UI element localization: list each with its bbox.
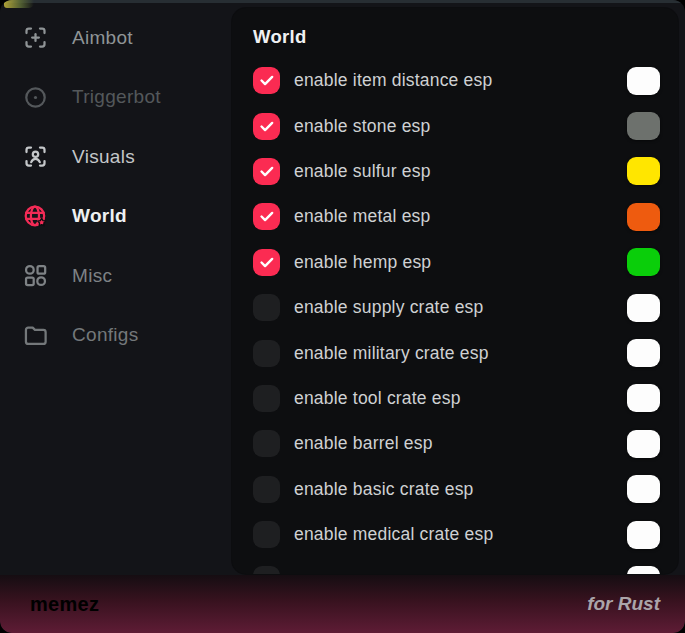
esp-setting-row: enable tool crate esp [253, 376, 660, 421]
esp-setting-row: enable supply crate esp [253, 285, 660, 330]
esp-color-swatch[interactable] [627, 203, 660, 231]
esp-setting-label: enable supply crate esp [294, 297, 483, 318]
footer-bar: memez for Rust [0, 575, 685, 633]
esp-setting-row: enable military crate esp [253, 330, 660, 375]
esp-setting-label: enable military crate esp [294, 343, 489, 364]
esp-color-swatch[interactable] [627, 294, 660, 322]
esp-setting-row: enable hemp esp [253, 240, 660, 285]
sidebar-item-label: Configs [72, 324, 139, 346]
esp-checkbox[interactable] [253, 430, 280, 457]
esp-setting-row: enable barrel esp [253, 421, 660, 466]
sidebar-item-label: Triggerbot [72, 86, 161, 108]
esp-color-swatch[interactable] [627, 430, 660, 458]
esp-setting-row: enable stone esp [253, 103, 660, 148]
esp-setting-row: enable basic crate esp [253, 467, 660, 512]
grid-shapes-icon [22, 262, 49, 289]
sidebar-item-configs[interactable]: Configs [0, 306, 232, 366]
checkmark-icon [258, 208, 275, 225]
esp-setting-row [253, 557, 660, 574]
sidebar-item-label: World [72, 205, 127, 227]
esp-checkbox[interactable] [253, 294, 280, 321]
brand-label: memez [30, 593, 99, 616]
esp-color-swatch[interactable] [627, 112, 660, 140]
background-artifact [4, 0, 34, 8]
esp-setting-row: enable item distance esp [253, 58, 660, 103]
esp-setting-label: enable barrel esp [294, 433, 433, 454]
sidebar-item-label: Aimbot [72, 27, 133, 49]
checkmark-icon [258, 254, 275, 271]
sidebar-item-visuals[interactable]: Visuals [0, 127, 232, 187]
esp-color-swatch[interactable] [627, 248, 660, 276]
window-top-edge [0, 0, 685, 3]
esp-color-swatch[interactable] [627, 475, 660, 503]
esp-setting-label: enable sulfur esp [294, 161, 431, 182]
settings-list: enable item distance esp enable stone es… [253, 58, 660, 574]
esp-color-swatch[interactable] [627, 339, 660, 367]
esp-setting-label: enable medical crate esp [294, 524, 493, 545]
tagline-label: for Rust [587, 593, 660, 615]
esp-setting-row: enable medical crate esp [253, 512, 660, 557]
esp-setting-label: enable tool crate esp [294, 388, 461, 409]
esp-color-swatch[interactable] [627, 384, 660, 412]
cheat-menu-window: Aimbot Triggerbot Visuals World Misc Con… [0, 0, 685, 633]
esp-setting-label: enable hemp esp [294, 252, 431, 273]
esp-setting-label: enable stone esp [294, 116, 431, 137]
sidebar: Aimbot Triggerbot Visuals World Misc Con… [0, 8, 232, 365]
esp-color-swatch[interactable] [627, 566, 660, 574]
esp-color-swatch[interactable] [627, 67, 660, 95]
sidebar-item-aimbot[interactable]: Aimbot [0, 8, 232, 68]
esp-checkbox[interactable] [253, 385, 280, 412]
checkmark-icon [258, 118, 275, 135]
globe-star-icon [22, 203, 49, 230]
esp-checkbox[interactable] [253, 203, 280, 230]
esp-checkbox[interactable] [253, 158, 280, 185]
esp-setting-row: enable sulfur esp [253, 149, 660, 194]
crosshair-scan-icon [22, 24, 49, 51]
esp-checkbox[interactable] [253, 566, 280, 574]
esp-checkbox[interactable] [253, 521, 280, 548]
folder-icon [22, 322, 49, 349]
world-panel: World enable item distance esp enable st… [232, 8, 678, 574]
esp-setting-label: enable item distance esp [294, 70, 492, 91]
sidebar-item-misc[interactable]: Misc [0, 246, 232, 306]
esp-checkbox[interactable] [253, 476, 280, 503]
person-scan-icon [22, 143, 49, 170]
esp-checkbox[interactable] [253, 249, 280, 276]
checkmark-icon [258, 163, 275, 180]
esp-color-swatch[interactable] [627, 157, 660, 185]
esp-setting-row: enable metal esp [253, 194, 660, 239]
checkmark-icon [258, 72, 275, 89]
sidebar-item-triggerbot[interactable]: Triggerbot [0, 68, 232, 128]
esp-checkbox[interactable] [253, 113, 280, 140]
esp-color-swatch[interactable] [627, 521, 660, 549]
sidebar-item-label: Misc [72, 265, 112, 287]
sidebar-item-label: Visuals [72, 146, 135, 168]
esp-setting-label: enable basic crate esp [294, 479, 474, 500]
esp-checkbox[interactable] [253, 67, 280, 94]
esp-checkbox[interactable] [253, 340, 280, 367]
circle-dot-icon [22, 84, 49, 111]
panel-title: World [253, 26, 660, 48]
sidebar-item-world[interactable]: World [0, 187, 232, 247]
esp-setting-label: enable metal esp [294, 206, 430, 227]
